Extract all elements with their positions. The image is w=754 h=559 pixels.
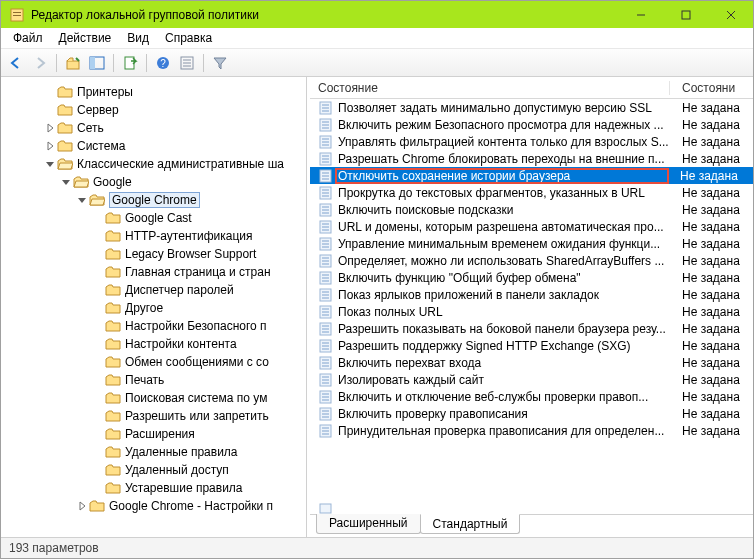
policy-row[interactable]: Позволяет задать минимально допустимую в…	[310, 99, 753, 116]
menu-help[interactable]: Справка	[157, 29, 220, 47]
policy-name: Разрешить поддержку Signed HTTP Exchange…	[338, 339, 670, 353]
maximize-button[interactable]	[663, 1, 708, 28]
properties-button[interactable]	[176, 52, 198, 74]
tree-item[interactable]: Классические административные ша	[3, 155, 306, 173]
tree-item[interactable]: Печать	[3, 371, 306, 389]
chevron-down-icon[interactable]	[43, 159, 57, 169]
menu-view[interactable]: Вид	[119, 29, 157, 47]
policy-name: Разрешить показывать на боковой панели б…	[338, 322, 670, 336]
policy-row[interactable]: Отключить сохранение истории браузераНе …	[310, 167, 753, 184]
export-list-button[interactable]	[119, 52, 141, 74]
policy-setting-icon	[318, 423, 334, 439]
column-header-state[interactable]: Состояние	[310, 81, 670, 95]
tree-item[interactable]: Удаленные правила	[3, 443, 306, 461]
policy-row[interactable]: URL и домены, которым разрешена автомати…	[310, 218, 753, 235]
policy-name: Включить перехват входа	[338, 356, 670, 370]
chevron-down-icon[interactable]	[59, 177, 73, 187]
policy-state: Не задана	[670, 407, 753, 421]
close-button[interactable]	[708, 1, 753, 28]
policy-state: Не задана	[670, 288, 753, 302]
tree-item[interactable]: Настройки Безопасного п	[3, 317, 306, 335]
policy-row[interactable]: Показ полных URLНе задана	[310, 303, 753, 320]
folder-icon	[105, 427, 121, 441]
policy-row[interactable]: Разрешать Chrome блокировать переходы на…	[310, 150, 753, 167]
policy-setting-icon	[318, 202, 334, 218]
tree-item[interactable]: Google	[3, 173, 306, 191]
column-header-state2[interactable]: Состояни	[670, 81, 753, 95]
policy-list[interactable]: Позволяет задать минимально допустимую в…	[310, 99, 753, 502]
tree-item[interactable]: Главная страница и стран	[3, 263, 306, 281]
policy-setting-icon	[318, 287, 334, 303]
show-hide-tree-button[interactable]	[86, 52, 108, 74]
list-header[interactable]: Состояние Состояни	[310, 77, 753, 99]
svg-rect-7	[67, 61, 79, 69]
tree-item[interactable]: Система	[3, 137, 306, 155]
policy-row[interactable]: Включить функцию "Общий буфер обмена"Не …	[310, 269, 753, 286]
policy-setting-icon	[318, 219, 334, 235]
chevron-right-icon[interactable]	[75, 501, 89, 511]
svg-rect-2	[13, 15, 21, 16]
policy-row[interactable]: Включить режим Безопасного просмотра для…	[310, 116, 753, 133]
tree-item-label: Настройки контента	[125, 337, 237, 351]
tree-item[interactable]: Google Chrome	[3, 191, 306, 209]
minimize-button[interactable]	[618, 1, 663, 28]
policy-setting-icon	[318, 100, 334, 116]
tree-item[interactable]: Legacy Browser Support	[3, 245, 306, 263]
forward-button[interactable]	[29, 52, 51, 74]
tree-item[interactable]: Поисковая система по ум	[3, 389, 306, 407]
policy-row[interactable]: Разрешить показывать на боковой панели б…	[310, 320, 753, 337]
filter-button[interactable]	[209, 52, 231, 74]
back-button[interactable]	[5, 52, 27, 74]
tree-item[interactable]: Принтеры	[3, 83, 306, 101]
policy-row[interactable]: Показ ярлыков приложений в панели заклад…	[310, 286, 753, 303]
tree-item-label: Печать	[125, 373, 164, 387]
policy-row[interactable]: Включить перехват входаНе задана	[310, 354, 753, 371]
policy-state: Не задана	[670, 254, 753, 268]
tree-item[interactable]: Разрешить или запретить	[3, 407, 306, 425]
tree-item[interactable]: HTTP-аутентификация	[3, 227, 306, 245]
up-level-button[interactable]	[62, 52, 84, 74]
policy-row[interactable]: Прокрутка до текстовых фрагментов, указа…	[310, 184, 753, 201]
policy-setting-icon	[318, 389, 334, 405]
policy-row[interactable]: Принудительная проверка правописания для…	[310, 422, 753, 439]
tab-standard[interactable]: Стандартный	[420, 514, 521, 534]
menu-file[interactable]: Файл	[5, 29, 51, 47]
tree-item[interactable]: Сеть	[3, 119, 306, 137]
tree-item[interactable]: Google Cast	[3, 209, 306, 227]
details-pane: Состояние Состояни Позволяет задать мини…	[310, 77, 753, 537]
tab-extended[interactable]: Расширенный	[316, 514, 421, 534]
folder-icon	[105, 301, 121, 315]
window-title: Редактор локальной групповой политики	[31, 8, 618, 22]
help-button[interactable]: ?	[152, 52, 174, 74]
policy-row[interactable]: Включить и отключение веб-службы проверк…	[310, 388, 753, 405]
tree-item[interactable]: Другое	[3, 299, 306, 317]
tree-item-label: Legacy Browser Support	[125, 247, 256, 261]
chevron-down-icon[interactable]	[75, 195, 89, 205]
folder-icon	[105, 229, 121, 243]
policy-row[interactable]: Включить проверку правописанияНе задана	[310, 405, 753, 422]
tree-item-label: Google Chrome	[109, 192, 200, 208]
policy-row[interactable]: Определяет, можно ли использовать Shared…	[310, 252, 753, 269]
tree-item[interactable]: Устаревшие правила	[3, 479, 306, 497]
chevron-right-icon[interactable]	[43, 141, 57, 151]
svg-rect-1	[13, 12, 21, 13]
tree-item[interactable]: Удаленный доступ	[3, 461, 306, 479]
tree-item[interactable]: Диспетчер паролей	[3, 281, 306, 299]
tree-item[interactable]: Google Chrome - Настройки п	[3, 497, 306, 515]
policy-state: Не задана	[670, 322, 753, 336]
folder-icon	[57, 121, 73, 135]
policy-row[interactable]: Управление минимальным временем ожидания…	[310, 235, 753, 252]
tree-item[interactable]: Сервер	[3, 101, 306, 119]
tree-item[interactable]: Настройки контента	[3, 335, 306, 353]
chevron-right-icon[interactable]	[43, 123, 57, 133]
tree-item[interactable]: Расширения	[3, 425, 306, 443]
policy-state: Не задана	[670, 424, 753, 438]
tree-item[interactable]: Обмен сообщениями с со	[3, 353, 306, 371]
folder-icon	[57, 103, 73, 117]
policy-row[interactable]: Управлять фильтрацией контента только дл…	[310, 133, 753, 150]
tree-pane[interactable]: ПринтерыСерверСетьСистемаКлассические ад…	[1, 77, 307, 537]
policy-row[interactable]: Включить поисковые подсказкиНе задана	[310, 201, 753, 218]
menu-action[interactable]: Действие	[51, 29, 120, 47]
policy-row[interactable]: Разрешить поддержку Signed HTTP Exchange…	[310, 337, 753, 354]
policy-row[interactable]: Изолировать каждый сайтНе задана	[310, 371, 753, 388]
